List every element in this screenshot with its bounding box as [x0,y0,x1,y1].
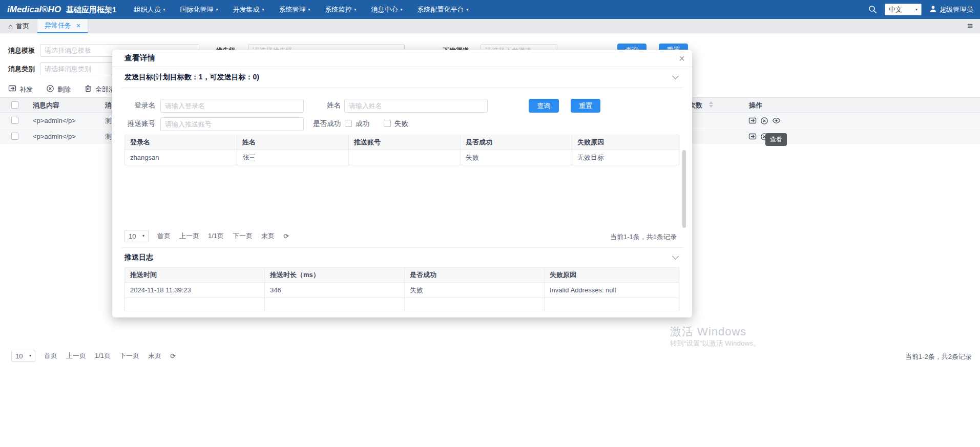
modal-scrollbar-thumb[interactable] [682,150,686,228]
menu-label: 开发集成 [233,5,259,14]
menu-dev-integration[interactable]: 开发集成▾ [233,5,264,14]
col-fail-reason: 失败原因 [545,268,679,283]
tab-bar: ⌂ 首页 异常任务 × ≡ [0,19,980,33]
checkbox-fail[interactable] [384,120,391,127]
record-summary: 当前1-2条，共2条记录 [905,352,972,361]
menu-system-management[interactable]: 系统管理▾ [279,5,310,14]
delete-circle-icon [46,84,54,94]
col-is-success: 是否成功 [461,135,572,150]
caret-down-icon: ▾ [216,8,218,12]
tab-home-label: 首页 [16,22,29,31]
col-login-name: 登录名 [125,135,237,150]
tab-home[interactable]: ⌂ 首页 [8,19,29,33]
col-name: 姓名 [237,135,349,150]
delete-button[interactable]: 删除 [46,84,71,94]
caret-down-icon: ▾ [163,8,165,12]
view-action-icon[interactable] [772,116,781,125]
row-checkbox[interactable] [11,117,18,124]
delete-label: 删除 [57,85,71,94]
navbar-right: 中文 ▾ 超级管理员 [868,4,973,15]
name-label: 姓名 [310,98,341,112]
sort-asc-icon[interactable] [709,101,713,104]
caret-down-icon: ▾ [262,8,264,12]
log-table-row[interactable]: 2024-11-18 11:39:23 346 失败 Invalid Addre… [125,283,679,298]
cell-message-content: <p>admin</p> [33,113,76,129]
page-last[interactable]: 末页 [148,351,161,360]
delete-action-icon[interactable] [760,117,768,125]
menu-system-config-platform[interactable]: 系统配置化平台▾ [418,5,469,14]
menu-label: 系统管理 [279,5,306,14]
cell-name: 张三 [237,150,349,165]
user-badge[interactable]: 超级管理员 [929,5,973,14]
empty-cell [545,298,679,311]
name-input[interactable] [344,99,488,113]
page-size-value: 10 [129,232,136,240]
push-log-table: 推送时间 推送时长（ms） 是否成功 失败原因 2024-11-18 11:39… [124,267,679,311]
cell-fail-reason: Invalid Addresses: null [545,283,679,298]
cell-push-time: 2024-11-18 11:39:23 [125,283,265,298]
page-pagination: 10 ▾ 首页 上一页 1/1页 下一页 末页 ⟳ [11,350,176,362]
col-is-success: 是否成功 [405,268,545,283]
view-tooltip: 查看 [765,133,787,146]
login-name-input[interactable] [160,99,304,113]
page-last[interactable]: 末页 [261,231,275,241]
app-logo: iMedical®HO 基础应用框架1 [7,5,116,15]
modal-query-button[interactable]: 查询 [529,99,559,113]
language-select[interactable]: 中文 ▾ [885,4,922,15]
search-icon[interactable] [868,5,877,14]
target-table-row[interactable]: zhangsan 张三 失败 无效目标 [125,150,679,165]
sort-desc-icon[interactable] [709,105,713,108]
refresh-icon[interactable]: ⟳ [170,352,176,360]
menu-label: 国际化管理 [180,5,213,14]
target-pagination: 10 ▾ 首页 上一页 1/1页 下一页 末页 ⟳ [124,230,289,242]
page-next[interactable]: 下一页 [119,351,139,360]
cell-login-name: zhangsan [125,150,237,165]
user-name: 超级管理员 [940,5,973,14]
collapse-chevron-icon[interactable] [672,73,679,79]
menu-organization-personnel[interactable]: 组织人员▾ [134,5,165,14]
page-prev[interactable]: 上一页 [66,351,86,360]
cell-fail-reason: 无效目标 [572,150,679,165]
tab-abnormal-tasks[interactable]: 异常任务 × [37,19,88,33]
target-page-size-select[interactable]: 10 ▾ [124,230,149,242]
menu-system-monitoring[interactable]: 系统监控▾ [325,5,357,14]
page-prev[interactable]: 上一页 [179,231,199,241]
page-indicator: 1/1页 [95,351,111,360]
page-size-value: 10 [15,352,23,360]
tab-close-icon[interactable]: × [76,22,80,29]
page-first[interactable]: 首页 [157,231,171,241]
select-all-checkbox[interactable] [11,101,18,109]
page-next[interactable]: 下一页 [233,231,253,241]
page-size-select[interactable]: 10 ▾ [11,350,35,362]
is-success-label: 是否成功 [310,117,341,131]
row-checkbox[interactable] [11,133,18,140]
app-title: 基础应用框架1 [66,5,116,15]
resend-action-icon[interactable] [748,117,757,125]
page-first[interactable]: 首页 [44,351,57,360]
menu-message-center[interactable]: 消息中心▾ [371,5,403,14]
menu-i18n-management[interactable]: 国际化管理▾ [180,5,218,14]
caret-down-icon: ▾ [355,8,357,12]
home-icon: ⌂ [8,23,13,30]
menu-label: 消息中心 [371,5,398,14]
resend-label: 补发 [19,85,33,94]
resend-button[interactable]: 补发 [8,84,33,94]
modal-reset-button[interactable]: 重置 [571,99,600,113]
col-push-duration: 推送时长（ms） [265,268,405,283]
logo-text: iMedical®HO [7,5,61,15]
col-push-time: 推送时间 [125,268,265,283]
page-indicator: 1/1页 [208,231,224,241]
checkbox-success[interactable] [345,120,352,127]
modal-title: 查看详情 [124,53,155,63]
tabs-menu-icon[interactable]: ≡ [967,21,973,31]
section-send-target-title: 发送目标(计划目标数：1，可发送目标：0) [124,73,259,82]
sort-icons[interactable] [709,101,713,108]
push-account-input[interactable] [160,117,304,131]
col-push-account: 推送账号 [349,135,461,150]
resend-action-icon[interactable] [748,133,757,141]
resend-icon [8,84,16,94]
collapse-chevron-icon[interactable] [672,253,679,260]
refresh-icon[interactable]: ⟳ [283,232,289,240]
caret-down-icon: ▾ [401,8,403,12]
modal-close-icon[interactable]: × [679,53,685,63]
